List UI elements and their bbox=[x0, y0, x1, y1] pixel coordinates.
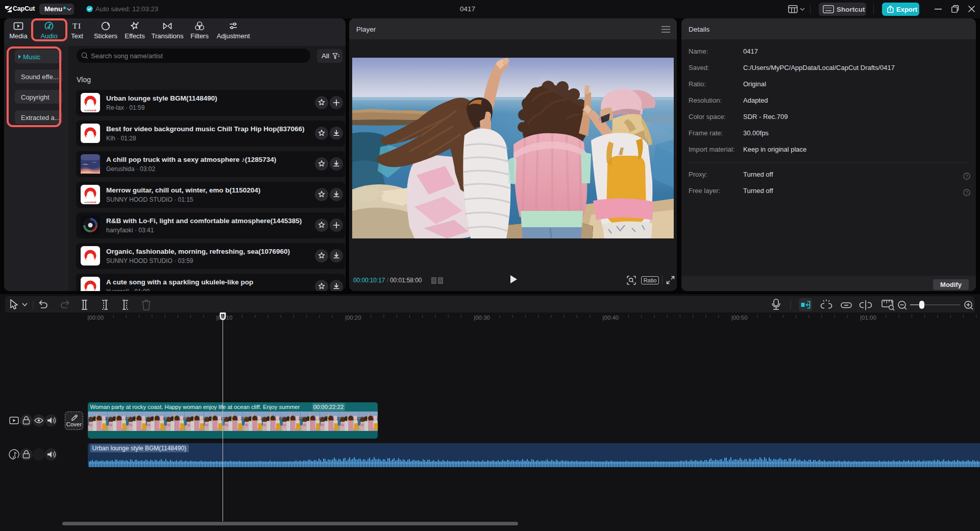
svg-text:T: T bbox=[72, 21, 78, 30]
svg-text:?: ? bbox=[965, 190, 968, 195]
svg-text:?: ? bbox=[965, 174, 968, 179]
svg-text:audiostock: audiostock bbox=[84, 109, 96, 112]
svg-text:I: I bbox=[78, 21, 81, 30]
svg-text:audiostock: audiostock bbox=[84, 201, 96, 204]
